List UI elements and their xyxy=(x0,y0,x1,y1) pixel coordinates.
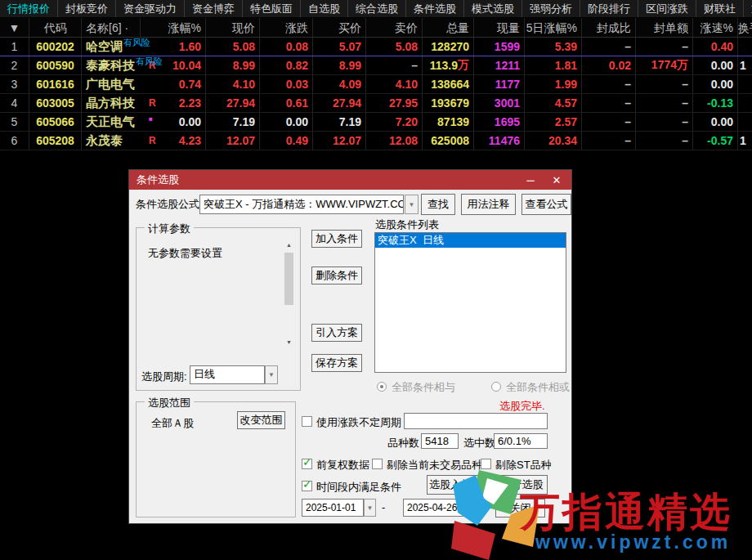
period-dropdown-button[interactable]: ▼ xyxy=(265,365,278,384)
cell-value: 7.19 xyxy=(206,113,260,131)
cell-value: – xyxy=(582,38,636,56)
cell-value: 5.39 xyxy=(525,38,582,56)
menu-tab-10[interactable]: 强弱分析 xyxy=(522,0,580,18)
checkbox-exclude-nontrading-label: 剔除当前未交易品种 xyxy=(387,458,482,473)
menu-tab-7[interactable]: 综合选股 xyxy=(348,0,406,18)
condition-list-item-selected[interactable]: 突破王X 日线 xyxy=(375,233,566,248)
checkbox-exclude-st[interactable] xyxy=(481,459,491,469)
dialog-titlebar[interactable]: 条件选股 ─ ✕ xyxy=(129,170,571,190)
cell-value: 27.94 xyxy=(206,94,260,112)
table-row[interactable]: 1600202哈空调有风险1.605.080.085.075.081282701… xyxy=(0,38,752,56)
menu-tab-8[interactable]: 条件选股 xyxy=(406,0,464,18)
chevron-down-icon: ▼ xyxy=(468,504,475,512)
variable-period-input[interactable] xyxy=(404,413,548,429)
column-header[interactable]: 代码 xyxy=(29,18,82,37)
date-to-dropdown-button[interactable]: ▼ xyxy=(465,499,477,517)
menu-tab-6[interactable]: 自选股 xyxy=(301,0,348,18)
formula-dropdown-button[interactable]: ▼ xyxy=(405,195,419,214)
column-header[interactable]: 卖价 xyxy=(366,18,423,37)
selected-count-value: 6/0.1% xyxy=(494,433,548,449)
checkbox-timespan[interactable]: ✓ xyxy=(302,481,312,491)
menu-tab-5[interactable]: 特色版面 xyxy=(243,0,301,18)
menu-tab-2[interactable]: 封板竞价 xyxy=(58,0,116,18)
column-header[interactable]: 5日涨幅% xyxy=(525,18,582,37)
radio-all-and[interactable] xyxy=(377,382,387,392)
close-icon[interactable]: ✕ xyxy=(549,174,564,186)
column-header[interactable]: 封单额 xyxy=(636,18,693,37)
watermark-url: www.vipwzt.com xyxy=(535,531,731,553)
menu-tab-4[interactable]: 资金博弈 xyxy=(185,0,243,18)
change-pct-value: 1.60 xyxy=(179,40,201,53)
cell-value: -0.13 xyxy=(693,94,738,112)
change-range-button[interactable]: 改变范围 xyxy=(237,411,285,429)
column-header[interactable]: 涨跌 xyxy=(260,18,313,37)
menu-tab-11[interactable]: 阶段排行 xyxy=(580,0,638,18)
column-header[interactable]: 涨幅% xyxy=(141,18,206,37)
column-header[interactable]: 现价 xyxy=(206,18,260,37)
risk-tag: 有风险 xyxy=(136,56,163,68)
stock-name-text: 泰豪科技 xyxy=(86,58,135,74)
checkbox-timespan-label: 时间段内满足条件 xyxy=(316,480,401,495)
column-header[interactable]: 总量 xyxy=(423,18,474,37)
menu-tab-3[interactable]: 资金驱动力 xyxy=(116,0,185,18)
column-header[interactable]: ▼ xyxy=(0,18,29,37)
checkbox-forward-adjusted[interactable]: ✓ xyxy=(302,459,312,469)
date-to-combobox[interactable]: 2025-04-26 xyxy=(403,499,465,517)
save-plan-button[interactable]: 保存方案 xyxy=(311,354,362,372)
pick-to-block-button[interactable]: 选股入板块 xyxy=(427,475,485,495)
menu-tab-9[interactable]: 模式选股 xyxy=(464,0,522,18)
quote-table: 1600202哈空调有风险1.605.080.085.075.081282701… xyxy=(0,38,752,150)
menu-tab-14[interactable]: 龙虎榜 xyxy=(744,0,752,18)
date-from-dropdown-button[interactable]: ▼ xyxy=(364,499,376,517)
scroll-down-icon[interactable]: ▼ xyxy=(284,337,294,347)
menu-tab-13[interactable]: 财联社 xyxy=(696,0,744,18)
usage-note-button[interactable]: 用法注释 xyxy=(461,194,516,215)
checkbox-variable-period[interactable] xyxy=(302,416,312,427)
column-header[interactable]: 换手% xyxy=(738,18,752,37)
import-plan-button[interactable]: 引入方案 xyxy=(311,324,362,342)
menu-tab-1[interactable]: 行情报价 xyxy=(0,0,58,18)
view-formula-button[interactable]: 查看公式 xyxy=(521,194,571,215)
column-header[interactable]: 涨速% xyxy=(693,18,738,37)
table-row[interactable]: 4603005晶方科技R2.2327.940.6127.9427.9519367… xyxy=(0,94,752,113)
stock-name-text: 晶方科技 xyxy=(86,96,135,111)
range-group-label: 选股范围 xyxy=(145,396,194,410)
menu-tab-12[interactable]: 区间涨跌 xyxy=(638,0,696,18)
delete-condition-button[interactable]: 删除条件 xyxy=(311,267,362,284)
condition-listbox[interactable]: 突破王X 日线 xyxy=(374,232,566,373)
execute-pick-button[interactable]: 执行选股 xyxy=(496,475,548,495)
table-row[interactable]: 6605208永茂泰R4.2312.070.4912.0712.08625008… xyxy=(0,132,752,150)
stock-code: 601616 xyxy=(29,75,82,93)
change-pct-value: 10.04 xyxy=(172,59,201,72)
find-button[interactable]: 查找 xyxy=(421,194,455,215)
scrollbar-thumb[interactable] xyxy=(284,253,293,305)
checkbox-forward-adjusted-label: 前复权数据 xyxy=(316,458,369,473)
period-combobox[interactable]: 日线 xyxy=(190,365,265,384)
cell-value: 0.82 xyxy=(260,56,313,74)
change-pct-cell: R2.23 xyxy=(141,94,206,112)
table-header-row: ▼代码名称[6] ·涨幅%现价涨跌买价卖价总量现量5日涨幅%封成比封单额涨速%换… xyxy=(0,18,752,38)
radio-all-or[interactable] xyxy=(491,382,501,392)
table-row[interactable]: 2600590泰豪科技有风险R10.048.990.828.99–113.9万1… xyxy=(0,56,752,75)
cell-value: 27.95 xyxy=(366,94,423,112)
cell-value: 0.00 xyxy=(260,113,313,131)
column-header[interactable]: 名称[6] · xyxy=(82,18,141,37)
table-row[interactable]: 5605066天正电气■0.007.190.007.197.2087139169… xyxy=(0,113,752,132)
column-header[interactable]: 买价 xyxy=(313,18,366,37)
minimize-icon[interactable]: ─ xyxy=(523,174,538,186)
formula-combobox[interactable]: 突破王X - 万指通精选：WWW.VIPWZT.COM xyxy=(199,195,404,214)
table-row[interactable]: 3601616广电电气0.744.100.034.094.10138664117… xyxy=(0,75,752,94)
date-separator: - xyxy=(382,501,385,513)
column-header[interactable]: 现量 xyxy=(474,18,525,37)
checkbox-exclude-nontrading[interactable] xyxy=(372,459,383,469)
params-scrollbar[interactable]: ▲ ▼ xyxy=(284,240,294,347)
date-from-combobox[interactable]: 2025-01-01 xyxy=(302,499,364,517)
cell-value: 4.10 xyxy=(206,75,260,93)
close-dialog-button[interactable]: 关闭 xyxy=(495,499,545,517)
scroll-up-icon[interactable]: ▲ xyxy=(284,240,294,250)
row-index: 4 xyxy=(0,94,29,112)
cell-value: – xyxy=(636,113,693,131)
add-condition-button[interactable]: 加入条件 xyxy=(311,230,362,248)
cell-value: – xyxy=(636,38,693,56)
column-header[interactable]: 封成比 xyxy=(582,18,636,37)
